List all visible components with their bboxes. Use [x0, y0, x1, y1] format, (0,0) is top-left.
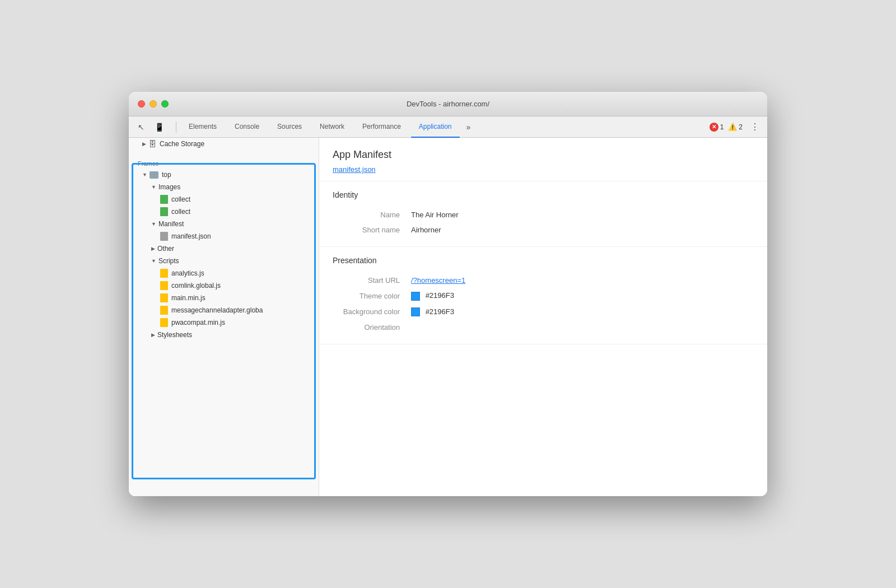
bg-color-label: Background color — [333, 307, 411, 316]
sidebar-item-main[interactable]: main.min.js — [129, 292, 319, 304]
images-label: Images — [158, 183, 180, 191]
top-label: top — [162, 171, 171, 179]
more-tabs-button[interactable]: » — [462, 123, 475, 132]
sidebar-item-top[interactable]: ▼ top — [129, 169, 319, 181]
other-label: Other — [157, 245, 174, 253]
main-content: ▶ 🗄 Cache Storage Frames ▼ top ▼ Images — [129, 138, 767, 496]
tab-performance[interactable]: Performance — [354, 116, 409, 138]
theme-color-swatch-box[interactable] — [411, 292, 420, 301]
manifest-link[interactable]: manifest.json — [333, 165, 376, 174]
orientation-row: Orientation — [333, 320, 754, 335]
short-name-value: Airhorner — [411, 226, 441, 234]
sidebar-item-manifest-folder[interactable]: ▼ Manifest — [129, 218, 319, 230]
sidebar-item-analytics[interactable]: analytics.js — [129, 267, 319, 279]
toolbar-right: ✕ 1 ⚠️ 2 ⋮ — [710, 122, 763, 132]
scripts-label: Scripts — [158, 257, 179, 265]
sidebar-item-images[interactable]: ▼ Images — [129, 181, 319, 193]
file-icon-yellow-pwacompat — [160, 318, 168, 327]
triangle-down-images-icon: ▼ — [151, 184, 156, 190]
error-badge: ✕ 1 — [710, 123, 724, 132]
maximize-button[interactable] — [161, 100, 169, 108]
triangle-down-scripts-icon: ▼ — [151, 258, 156, 264]
name-row: Name The Air Horner — [333, 207, 754, 222]
warning-badge: ⚠️ 2 — [728, 123, 743, 132]
triangle-right-icon: ▶ — [142, 141, 146, 147]
tab-sources[interactable]: Sources — [269, 116, 310, 138]
start-url-row: Start URL /?homescreen=1 — [333, 273, 754, 288]
manifest-json-label: manifest.json — [171, 232, 211, 240]
sidebar-item-stylesheets[interactable]: ▶ Stylesheets — [129, 329, 319, 341]
toolbar-icons: ↖ 📱 — [133, 119, 167, 135]
short-name-label: Short name — [333, 226, 411, 234]
device-icon: 📱 — [155, 123, 164, 132]
folder-icon-top — [150, 171, 158, 179]
identity-title: Identity — [333, 190, 754, 199]
title-bar: DevTools - airhorner.com/ — [129, 92, 767, 116]
presentation-section: Presentation Start URL /?homescreen=1 Th… — [319, 247, 767, 344]
kebab-menu-button[interactable]: ⋮ — [747, 122, 763, 132]
identity-section: Identity Name The Air Horner Short name … — [319, 181, 767, 247]
bg-color-swatch-box[interactable] — [411, 307, 420, 316]
tab-console[interactable]: Console — [227, 116, 267, 138]
cursor-icon: ↖ — [138, 123, 144, 132]
bg-color-row: Background color #2196F3 — [333, 304, 754, 320]
theme-color-swatch: #2196F3 — [411, 291, 454, 301]
frames-label: Frames — [129, 157, 319, 169]
file-icon-green-1 — [160, 195, 168, 204]
collect1-label: collect — [171, 195, 190, 203]
tab-network[interactable]: Network — [312, 116, 352, 138]
sidebar-item-pwacompat[interactable]: pwacompat.min.js — [129, 316, 319, 329]
start-url-label: Start URL — [333, 276, 411, 284]
sidebar-item-messagechannel[interactable]: messagechanneladapter.globa — [129, 304, 319, 316]
tab-application[interactable]: Application — [411, 116, 460, 138]
main-label: main.min.js — [171, 294, 206, 302]
sidebar-item-manifest-json[interactable]: manifest.json — [129, 230, 319, 242]
triangle-down-manifest-icon: ▼ — [151, 221, 156, 227]
manifest-header: App Manifest manifest.json — [319, 138, 767, 181]
name-label: Name — [333, 211, 411, 219]
sidebar-item-cache-storage[interactable]: ▶ 🗄 Cache Storage — [129, 138, 319, 150]
devtools-window: DevTools - airhorner.com/ ↖ 📱 Elements C… — [129, 92, 767, 496]
sidebar: ▶ 🗄 Cache Storage Frames ▼ top ▼ Images — [129, 138, 319, 496]
manifest-folder-label: Manifest — [158, 220, 184, 228]
tab-elements[interactable]: Elements — [181, 116, 225, 138]
cache-storage-icon: 🗄 — [148, 139, 156, 148]
close-button[interactable] — [138, 100, 145, 108]
sidebar-item-other[interactable]: ▶ Other — [129, 242, 319, 255]
sidebar-item-collect-1[interactable]: collect — [129, 193, 319, 206]
spacer — [129, 150, 319, 157]
error-icon: ✕ — [710, 123, 718, 132]
sidebar-item-scripts[interactable]: ▼ Scripts — [129, 255, 319, 267]
minimize-button[interactable] — [150, 100, 157, 108]
presentation-title: Presentation — [333, 256, 754, 265]
window-title: DevTools - airhorner.com/ — [407, 100, 489, 108]
pwacompat-label: pwacompat.min.js — [171, 319, 225, 326]
file-icon-gray — [160, 232, 168, 241]
orientation-label: Orientation — [333, 323, 411, 332]
triangle-down-icon: ▼ — [142, 172, 147, 178]
manifest-title: App Manifest — [333, 149, 754, 161]
collect2-label: collect — [171, 208, 190, 216]
messagechannel-label: messagechanneladapter.globa — [171, 306, 263, 314]
sidebar-item-comlink[interactable]: comlink.global.js — [129, 279, 319, 292]
cursor-icon-btn[interactable]: ↖ — [133, 119, 149, 135]
file-icon-yellow-mc — [160, 306, 168, 315]
bg-color-value: #2196F3 — [426, 307, 454, 316]
file-icon-yellow-main — [160, 293, 168, 302]
analytics-label: analytics.js — [171, 269, 204, 277]
warning-icon: ⚠️ — [728, 123, 737, 132]
name-value: The Air Horner — [411, 211, 459, 219]
theme-color-label: Theme color — [333, 292, 411, 300]
file-icon-yellow-analytics — [160, 269, 168, 278]
start-url-value[interactable]: /?homescreen=1 — [411, 276, 465, 284]
toolbar-divider — [176, 122, 176, 133]
error-count: 1 — [720, 123, 724, 131]
file-icon-yellow-comlink — [160, 281, 168, 290]
cache-storage-label: Cache Storage — [160, 140, 204, 148]
comlink-label: comlink.global.js — [171, 282, 221, 290]
theme-color-row: Theme color #2196F3 — [333, 288, 754, 304]
theme-color-value: #2196F3 — [426, 291, 454, 300]
triangle-right-other-icon: ▶ — [151, 246, 155, 251]
device-icon-btn[interactable]: 📱 — [151, 119, 167, 135]
sidebar-item-collect-2[interactable]: collect — [129, 206, 319, 218]
